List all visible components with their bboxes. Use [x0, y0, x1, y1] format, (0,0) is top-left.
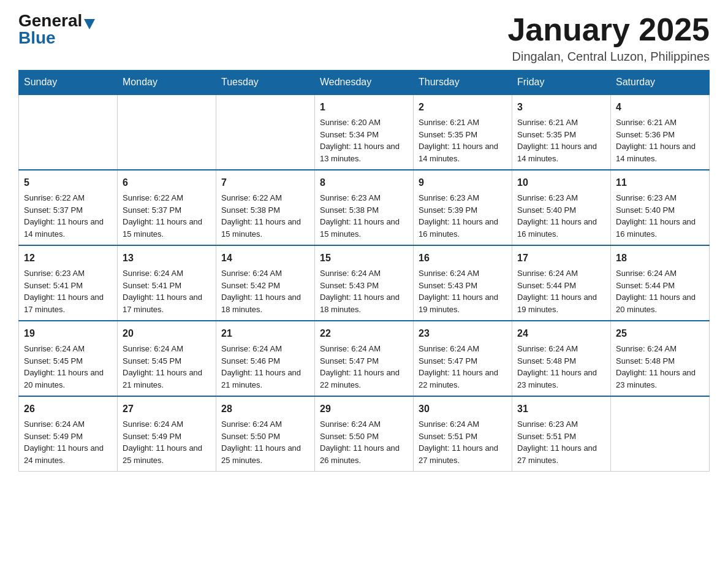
day-number: 4	[616, 100, 704, 115]
day-info: Sunrise: 6:24 AM Sunset: 5:44 PM Dayligh…	[616, 267, 704, 315]
table-row: 27Sunrise: 6:24 AM Sunset: 5:49 PM Dayli…	[118, 396, 216, 472]
day-number: 17	[517, 251, 605, 266]
table-row: 8Sunrise: 6:23 AM Sunset: 5:38 PM Daylig…	[315, 170, 414, 245]
day-number: 11	[616, 175, 704, 190]
calendar-week-row: 19Sunrise: 6:24 AM Sunset: 5:45 PM Dayli…	[19, 321, 710, 396]
table-row: 7Sunrise: 6:22 AM Sunset: 5:38 PM Daylig…	[216, 170, 315, 245]
day-info: Sunrise: 6:24 AM Sunset: 5:48 PM Dayligh…	[616, 343, 704, 391]
table-row	[19, 94, 118, 170]
day-number: 22	[320, 326, 408, 341]
col-monday: Monday	[118, 71, 216, 95]
table-row: 23Sunrise: 6:24 AM Sunset: 5:47 PM Dayli…	[414, 321, 512, 396]
col-tuesday: Tuesday	[216, 71, 315, 95]
table-row: 5Sunrise: 6:22 AM Sunset: 5:37 PM Daylig…	[19, 170, 118, 245]
day-number: 3	[517, 100, 605, 115]
day-number: 25	[616, 326, 704, 341]
logo-blue-text: Blue	[18, 28, 56, 47]
day-info: Sunrise: 6:24 AM Sunset: 5:50 PM Dayligh…	[221, 418, 309, 466]
day-number: 31	[517, 402, 605, 416]
table-row: 24Sunrise: 6:24 AM Sunset: 5:48 PM Dayli…	[512, 321, 611, 396]
day-info: Sunrise: 6:23 AM Sunset: 5:40 PM Dayligh…	[616, 192, 704, 240]
day-info: Sunrise: 6:24 AM Sunset: 5:47 PM Dayligh…	[320, 343, 408, 391]
day-info: Sunrise: 6:23 AM Sunset: 5:40 PM Dayligh…	[517, 192, 605, 240]
day-number: 18	[616, 251, 704, 266]
table-row: 14Sunrise: 6:24 AM Sunset: 5:42 PM Dayli…	[216, 245, 315, 321]
table-row: 9Sunrise: 6:23 AM Sunset: 5:39 PM Daylig…	[414, 170, 512, 245]
day-number: 24	[517, 326, 605, 341]
calendar-week-row: 1Sunrise: 6:20 AM Sunset: 5:34 PM Daylig…	[19, 94, 710, 170]
day-number: 16	[419, 251, 507, 266]
table-row: 4Sunrise: 6:21 AM Sunset: 5:36 PM Daylig…	[611, 94, 710, 170]
table-row: 31Sunrise: 6:23 AM Sunset: 5:51 PM Dayli…	[512, 396, 611, 472]
table-row: 28Sunrise: 6:24 AM Sunset: 5:50 PM Dayli…	[216, 396, 315, 472]
day-number: 26	[24, 402, 112, 416]
day-number: 19	[24, 326, 112, 341]
day-info: Sunrise: 6:23 AM Sunset: 5:38 PM Dayligh…	[320, 192, 408, 240]
table-row: 30Sunrise: 6:24 AM Sunset: 5:51 PM Dayli…	[414, 396, 512, 472]
calendar-table: Sunday Monday Tuesday Wednesday Thursday…	[18, 70, 710, 472]
title-section: January 2025 Dingalan, Central Luzon, Ph…	[507, 12, 710, 64]
day-info: Sunrise: 6:22 AM Sunset: 5:38 PM Dayligh…	[221, 192, 309, 240]
col-saturday: Saturday	[611, 71, 710, 95]
day-info: Sunrise: 6:24 AM Sunset: 5:49 PM Dayligh…	[24, 418, 112, 466]
day-info: Sunrise: 6:24 AM Sunset: 5:42 PM Dayligh…	[221, 267, 309, 315]
table-row: 22Sunrise: 6:24 AM Sunset: 5:47 PM Dayli…	[315, 321, 414, 396]
day-number: 28	[221, 402, 309, 416]
calendar-week-row: 5Sunrise: 6:22 AM Sunset: 5:37 PM Daylig…	[19, 170, 710, 245]
table-row: 10Sunrise: 6:23 AM Sunset: 5:40 PM Dayli…	[512, 170, 611, 245]
day-number: 14	[221, 251, 309, 266]
table-row: 12Sunrise: 6:23 AM Sunset: 5:41 PM Dayli…	[19, 245, 118, 321]
table-row: 18Sunrise: 6:24 AM Sunset: 5:44 PM Dayli…	[611, 245, 710, 321]
day-info: Sunrise: 6:22 AM Sunset: 5:37 PM Dayligh…	[24, 192, 112, 240]
day-info: Sunrise: 6:24 AM Sunset: 5:44 PM Dayligh…	[517, 267, 605, 315]
table-row	[118, 94, 216, 170]
col-friday: Friday	[512, 71, 611, 95]
calendar-title: January 2025	[507, 12, 710, 47]
day-info: Sunrise: 6:24 AM Sunset: 5:45 PM Dayligh…	[123, 343, 211, 391]
col-wednesday: Wednesday	[315, 71, 414, 95]
day-info: Sunrise: 6:21 AM Sunset: 5:35 PM Dayligh…	[517, 117, 605, 164]
col-sunday: Sunday	[19, 71, 118, 95]
day-number: 20	[123, 326, 211, 341]
day-info: Sunrise: 6:24 AM Sunset: 5:45 PM Dayligh…	[24, 343, 112, 391]
day-number: 2	[419, 100, 507, 115]
day-number: 21	[221, 326, 309, 341]
day-number: 13	[123, 251, 211, 266]
day-info: Sunrise: 6:20 AM Sunset: 5:34 PM Dayligh…	[320, 117, 408, 164]
page-header: General Blue January 2025 Dingalan, Cent…	[18, 12, 710, 64]
day-info: Sunrise: 6:21 AM Sunset: 5:36 PM Dayligh…	[616, 117, 704, 164]
day-info: Sunrise: 6:24 AM Sunset: 5:51 PM Dayligh…	[419, 418, 507, 466]
table-row: 3Sunrise: 6:21 AM Sunset: 5:35 PM Daylig…	[512, 94, 611, 170]
table-row: 16Sunrise: 6:24 AM Sunset: 5:43 PM Dayli…	[414, 245, 512, 321]
day-info: Sunrise: 6:24 AM Sunset: 5:48 PM Dayligh…	[517, 343, 605, 391]
day-info: Sunrise: 6:24 AM Sunset: 5:47 PM Dayligh…	[419, 343, 507, 391]
day-number: 23	[419, 326, 507, 341]
day-info: Sunrise: 6:24 AM Sunset: 5:41 PM Dayligh…	[123, 267, 211, 315]
table-row: 25Sunrise: 6:24 AM Sunset: 5:48 PM Dayli…	[611, 321, 710, 396]
day-info: Sunrise: 6:23 AM Sunset: 5:39 PM Dayligh…	[419, 192, 507, 240]
day-number: 5	[24, 175, 112, 190]
day-number: 27	[123, 402, 211, 416]
day-info: Sunrise: 6:23 AM Sunset: 5:41 PM Dayligh…	[24, 267, 112, 315]
day-number: 8	[320, 175, 408, 190]
table-row: 13Sunrise: 6:24 AM Sunset: 5:41 PM Dayli…	[118, 245, 216, 321]
table-row: 20Sunrise: 6:24 AM Sunset: 5:45 PM Dayli…	[118, 321, 216, 396]
table-row: 11Sunrise: 6:23 AM Sunset: 5:40 PM Dayli…	[611, 170, 710, 245]
day-info: Sunrise: 6:22 AM Sunset: 5:37 PM Dayligh…	[123, 192, 211, 240]
table-row: 19Sunrise: 6:24 AM Sunset: 5:45 PM Dayli…	[19, 321, 118, 396]
table-row: 17Sunrise: 6:24 AM Sunset: 5:44 PM Dayli…	[512, 245, 611, 321]
table-row	[216, 94, 315, 170]
day-info: Sunrise: 6:21 AM Sunset: 5:35 PM Dayligh…	[419, 117, 507, 164]
col-thursday: Thursday	[414, 71, 512, 95]
calendar-week-row: 12Sunrise: 6:23 AM Sunset: 5:41 PM Dayli…	[19, 245, 710, 321]
calendar-header-row: Sunday Monday Tuesday Wednesday Thursday…	[19, 71, 710, 95]
day-number: 6	[123, 175, 211, 190]
table-row	[611, 396, 710, 472]
calendar-week-row: 26Sunrise: 6:24 AM Sunset: 5:49 PM Dayli…	[19, 396, 710, 472]
day-number: 15	[320, 251, 408, 266]
day-number: 7	[221, 175, 309, 190]
day-info: Sunrise: 6:24 AM Sunset: 5:43 PM Dayligh…	[320, 267, 408, 315]
day-info: Sunrise: 6:24 AM Sunset: 5:43 PM Dayligh…	[419, 267, 507, 315]
table-row: 21Sunrise: 6:24 AM Sunset: 5:46 PM Dayli…	[216, 321, 315, 396]
table-row: 6Sunrise: 6:22 AM Sunset: 5:37 PM Daylig…	[118, 170, 216, 245]
